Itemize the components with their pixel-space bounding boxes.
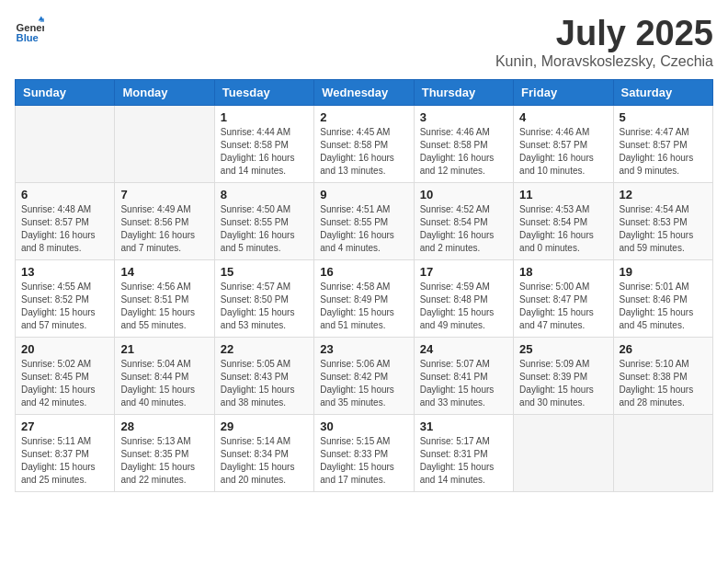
day-info: Sunrise: 5:17 AMSunset: 8:31 PMDaylight:… (420, 435, 507, 487)
week-row-2: 6Sunrise: 4:48 AMSunset: 8:57 PMDaylight… (16, 182, 713, 259)
calendar-cell: 3Sunrise: 4:46 AMSunset: 8:58 PMDaylight… (414, 105, 513, 182)
title-section: July 2025 Kunin, Moravskoslezsky, Czechi… (495, 15, 713, 70)
calendar-cell: 17Sunrise: 4:59 AMSunset: 8:48 PMDayligh… (414, 259, 513, 337)
day-info: Sunrise: 4:56 AMSunset: 8:51 PMDaylight:… (120, 281, 208, 332)
day-info: Sunrise: 4:45 AMSunset: 8:58 PMDaylight:… (320, 126, 407, 178)
day-number: 21 (120, 342, 208, 356)
day-info: Sunrise: 5:05 AMSunset: 8:43 PMDaylight:… (221, 358, 308, 409)
calendar-cell: 24Sunrise: 5:07 AMSunset: 8:41 PMDayligh… (414, 337, 513, 414)
day-info: Sunrise: 4:57 AMSunset: 8:50 PMDaylight:… (221, 281, 308, 332)
week-row-3: 13Sunrise: 4:55 AMSunset: 8:52 PMDayligh… (16, 259, 713, 337)
calendar-cell: 4Sunrise: 4:46 AMSunset: 8:57 PMDaylight… (514, 105, 613, 182)
day-info: Sunrise: 4:48 AMSunset: 8:57 PMDaylight:… (21, 203, 108, 255)
calendar-cell: 8Sunrise: 4:50 AMSunset: 8:55 PMDaylight… (214, 182, 313, 259)
day-info: Sunrise: 4:51 AMSunset: 8:55 PMDaylight:… (320, 203, 407, 255)
calendar-cell: 12Sunrise: 4:54 AMSunset: 8:53 PMDayligh… (613, 182, 712, 259)
weekday-header-friday: Friday (514, 79, 613, 105)
month-title: July 2025 (495, 15, 713, 53)
day-number: 24 (420, 342, 507, 356)
calendar-cell: 28Sunrise: 5:13 AMSunset: 8:35 PMDayligh… (115, 414, 214, 491)
day-number: 29 (221, 419, 308, 433)
calendar-cell: 29Sunrise: 5:14 AMSunset: 8:34 PMDayligh… (214, 414, 313, 491)
day-info: Sunrise: 5:11 AMSunset: 8:37 PMDaylight:… (21, 435, 108, 487)
day-number: 11 (519, 188, 607, 201)
calendar-cell (613, 414, 712, 491)
day-info: Sunrise: 4:55 AMSunset: 8:52 PMDaylight:… (21, 281, 108, 332)
day-number: 14 (120, 265, 208, 279)
day-info: Sunrise: 5:07 AMSunset: 8:41 PMDaylight:… (420, 358, 507, 409)
day-number: 7 (120, 188, 208, 201)
day-info: Sunrise: 5:10 AMSunset: 8:38 PMDaylight:… (620, 358, 707, 409)
day-info: Sunrise: 4:50 AMSunset: 8:55 PMDaylight:… (221, 203, 308, 255)
day-number: 12 (620, 188, 707, 201)
week-row-4: 20Sunrise: 5:02 AMSunset: 8:45 PMDayligh… (16, 337, 713, 414)
day-number: 28 (120, 419, 208, 433)
weekday-header-sunday: Sunday (16, 79, 115, 105)
day-info: Sunrise: 4:49 AMSunset: 8:56 PMDaylight:… (120, 203, 208, 255)
calendar-cell: 18Sunrise: 5:00 AMSunset: 8:47 PMDayligh… (514, 259, 613, 337)
day-number: 25 (519, 342, 607, 356)
day-number: 16 (320, 265, 407, 279)
day-info: Sunrise: 5:00 AMSunset: 8:47 PMDaylight:… (519, 281, 607, 332)
day-info: Sunrise: 4:46 AMSunset: 8:57 PMDaylight:… (519, 126, 607, 178)
day-info: Sunrise: 4:59 AMSunset: 8:48 PMDaylight:… (420, 281, 507, 332)
calendar-cell: 27Sunrise: 5:11 AMSunset: 8:37 PMDayligh… (16, 414, 115, 491)
calendar-cell: 13Sunrise: 4:55 AMSunset: 8:52 PMDayligh… (16, 259, 115, 337)
day-number: 23 (320, 342, 407, 356)
calendar-cell: 9Sunrise: 4:51 AMSunset: 8:55 PMDaylight… (314, 182, 414, 259)
calendar-cell: 16Sunrise: 4:58 AMSunset: 8:49 PMDayligh… (314, 259, 414, 337)
logo-icon: General Blue (15, 15, 44, 44)
day-info: Sunrise: 5:14 AMSunset: 8:34 PMDaylight:… (221, 435, 308, 487)
calendar-cell: 31Sunrise: 5:17 AMSunset: 8:31 PMDayligh… (414, 414, 513, 491)
day-info: Sunrise: 4:58 AMSunset: 8:49 PMDaylight:… (320, 281, 407, 332)
day-info: Sunrise: 4:53 AMSunset: 8:54 PMDaylight:… (519, 203, 607, 255)
day-info: Sunrise: 4:47 AMSunset: 8:57 PMDaylight:… (620, 126, 707, 178)
calendar-cell: 30Sunrise: 5:15 AMSunset: 8:33 PMDayligh… (314, 414, 414, 491)
week-row-5: 27Sunrise: 5:11 AMSunset: 8:37 PMDayligh… (16, 414, 713, 491)
svg-text:Blue: Blue (17, 32, 39, 43)
logo: General Blue (15, 15, 44, 44)
calendar-cell (16, 105, 115, 182)
day-number: 18 (519, 265, 607, 279)
calendar-cell: 11Sunrise: 4:53 AMSunset: 8:54 PMDayligh… (514, 182, 613, 259)
day-number: 20 (21, 342, 108, 356)
day-number: 15 (221, 265, 308, 279)
day-number: 6 (21, 188, 108, 201)
svg-text:General: General (17, 22, 44, 33)
location-title: Kunin, Moravskoslezsky, Czechia (495, 53, 713, 70)
day-number: 2 (320, 110, 407, 124)
day-info: Sunrise: 5:13 AMSunset: 8:35 PMDaylight:… (120, 435, 208, 487)
day-info: Sunrise: 5:15 AMSunset: 8:33 PMDaylight:… (320, 435, 407, 487)
week-row-1: 1Sunrise: 4:44 AMSunset: 8:58 PMDaylight… (16, 105, 713, 182)
day-info: Sunrise: 5:01 AMSunset: 8:46 PMDaylight:… (620, 281, 707, 332)
day-number: 4 (519, 110, 607, 124)
day-info: Sunrise: 5:06 AMSunset: 8:42 PMDaylight:… (320, 358, 407, 409)
calendar-cell: 25Sunrise: 5:09 AMSunset: 8:39 PMDayligh… (514, 337, 613, 414)
calendar-cell (514, 414, 613, 491)
day-info: Sunrise: 5:02 AMSunset: 8:45 PMDaylight:… (21, 358, 108, 409)
calendar-cell: 6Sunrise: 4:48 AMSunset: 8:57 PMDaylight… (16, 182, 115, 259)
calendar-table: SundayMondayTuesdayWednesdayThursdayFrid… (15, 79, 713, 492)
day-number: 31 (420, 419, 507, 433)
calendar-cell: 10Sunrise: 4:52 AMSunset: 8:54 PMDayligh… (414, 182, 513, 259)
calendar-cell: 23Sunrise: 5:06 AMSunset: 8:42 PMDayligh… (314, 337, 414, 414)
calendar-cell: 15Sunrise: 4:57 AMSunset: 8:50 PMDayligh… (214, 259, 313, 337)
day-number: 30 (320, 419, 407, 433)
day-number: 22 (221, 342, 308, 356)
weekday-header-row: SundayMondayTuesdayWednesdayThursdayFrid… (16, 79, 713, 105)
day-info: Sunrise: 5:09 AMSunset: 8:39 PMDaylight:… (519, 358, 607, 409)
day-number: 26 (620, 342, 707, 356)
calendar-cell: 14Sunrise: 4:56 AMSunset: 8:51 PMDayligh… (115, 259, 214, 337)
weekday-header-thursday: Thursday (414, 79, 513, 105)
day-number: 8 (221, 188, 308, 201)
calendar-cell: 19Sunrise: 5:01 AMSunset: 8:46 PMDayligh… (613, 259, 712, 337)
weekday-header-tuesday: Tuesday (214, 79, 313, 105)
day-number: 5 (620, 110, 707, 124)
page-header: General Blue July 2025 Kunin, Moravskosl… (15, 15, 713, 70)
day-number: 19 (620, 265, 707, 279)
calendar-cell: 21Sunrise: 5:04 AMSunset: 8:44 PMDayligh… (115, 337, 214, 414)
day-number: 27 (21, 419, 108, 433)
calendar-cell: 1Sunrise: 4:44 AMSunset: 8:58 PMDaylight… (214, 105, 313, 182)
day-info: Sunrise: 4:46 AMSunset: 8:58 PMDaylight:… (420, 126, 507, 178)
calendar-cell: 22Sunrise: 5:05 AMSunset: 8:43 PMDayligh… (214, 337, 313, 414)
